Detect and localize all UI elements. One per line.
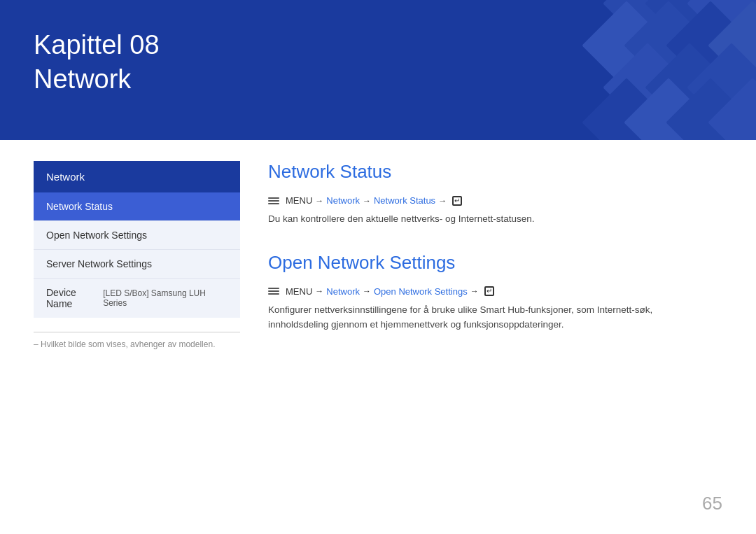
arrow-6: → [470, 286, 479, 296]
menu-item-label: Network Status [46, 201, 113, 212]
arrow-2: → [363, 196, 371, 206]
menu-item-label: Device Name [46, 287, 103, 309]
arrow-1: → [315, 196, 323, 206]
content-area: Network Status MENU → Network → Network … [268, 161, 722, 358]
section-title-open-network: Open Network Settings [268, 252, 722, 274]
breadcrumb-menu: MENU [286, 195, 312, 206]
return-icon-2 [484, 286, 494, 296]
sidebar-menu: Network Network Status Open Network Sett… [34, 161, 240, 318]
arrow-4: → [315, 286, 323, 296]
menu-item-label: Open Network Settings [46, 230, 147, 241]
menu-item-device-name[interactable]: Device Name [LED S/Box] Samsung LUH Seri… [34, 278, 240, 318]
chapter-title: Kapittel 08 Network [34, 28, 160, 97]
menu-header: Network [34, 161, 240, 192]
section-desc-network-status: Du kan kontrollere den aktuelle nettverk… [268, 211, 660, 227]
return-icon [452, 196, 462, 206]
sidebar-footnote: – Hvilket bilde som vises, avhenger av m… [34, 332, 240, 349]
breadcrumb-open-network-settings: Open Network Settings [374, 286, 468, 297]
arrow-3: → [438, 196, 447, 206]
section-network-status: Network Status MENU → Network → Network … [268, 161, 722, 227]
chapter-name: Network [34, 62, 160, 97]
breadcrumb-menu-2: MENU [286, 286, 312, 297]
menu-item-open-network[interactable]: Open Network Settings [34, 220, 240, 249]
breadcrumb-network-2: Network [326, 286, 360, 297]
arrow-5: → [363, 286, 371, 296]
menu-bars-icon [268, 197, 279, 204]
breadcrumb-open-network: MENU → Network → Open Network Settings → [268, 286, 722, 297]
breadcrumb-network-status: MENU → Network → Network Status → [268, 195, 722, 206]
section-title-network-status: Network Status [268, 161, 722, 183]
menu-bars-icon-2 [268, 288, 279, 295]
main-content: Network Network Status Open Network Sett… [0, 140, 756, 379]
device-name-value: [LED S/Box] Samsung LUH Series [103, 288, 227, 308]
breadcrumb-network-status: Network Status [374, 195, 435, 206]
page-header: Kapittel 08 Network [0, 0, 756, 140]
section-open-network: Open Network Settings MENU → Network → O… [268, 252, 722, 332]
page-number: 65 [702, 493, 722, 514]
menu-item-network-status[interactable]: Network Status [34, 192, 240, 220]
menu-item-label: Server Network Settings [46, 258, 152, 269]
section-desc-open-network: Konfigurer nettverksinnstillingene for å… [268, 302, 660, 332]
chapter-number: Kapittel 08 [34, 28, 160, 62]
menu-item-server-network[interactable]: Server Network Settings [34, 249, 240, 278]
sidebar: Network Network Status Open Network Sett… [34, 161, 240, 358]
breadcrumb-network: Network [326, 195, 360, 206]
